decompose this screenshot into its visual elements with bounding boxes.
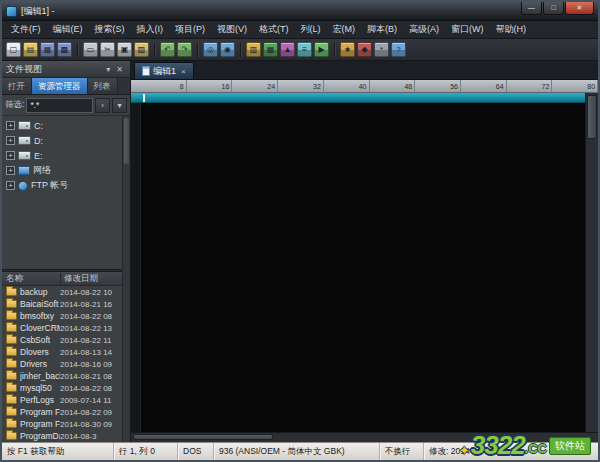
drive-icon <box>18 121 31 130</box>
maximize-button[interactable]: □ <box>543 2 564 15</box>
menu-item-12[interactable]: 帮助(H) <box>490 21 533 38</box>
filter-go-button[interactable]: › <box>95 98 110 113</box>
run-icon[interactable]: ▶ <box>314 42 329 57</box>
window-title: [编辑1] - <box>21 5 520 18</box>
menu-item-11[interactable]: 窗口(W) <box>445 21 490 38</box>
panel-close-icon[interactable]: ✕ <box>113 65 126 74</box>
folder-date: 2014-08-22 08 <box>60 312 122 321</box>
folder-icon <box>6 372 17 380</box>
horizontal-scrollbar-thumb[interactable] <box>133 434 273 440</box>
menu-item-10[interactable]: 高级(A) <box>403 21 445 38</box>
close-button[interactable]: ✕ <box>565 2 594 15</box>
expand-icon[interactable]: + <box>6 151 15 160</box>
list-item[interactable]: ProgramData2014-08-3 <box>2 430 122 442</box>
toolbar-separator <box>197 43 198 57</box>
menu-item-5[interactable]: 视图(V) <box>211 21 253 38</box>
menu-item-2[interactable]: 搜索(S) <box>89 21 131 38</box>
tab-label: 编辑1 <box>153 65 176 78</box>
script-icon[interactable]: ≡ <box>297 42 312 57</box>
tree-item-d-drive[interactable]: +D: <box>2 133 122 148</box>
list-item[interactable]: Drivers2014-08-16 09 <box>2 358 122 370</box>
table-icon[interactable]: ▦ <box>263 42 278 57</box>
menu-item-1[interactable]: 编辑(E) <box>47 21 89 38</box>
filter-menu-button[interactable]: ▾ <box>112 98 127 113</box>
filter-input[interactable] <box>26 98 93 113</box>
folder-icon <box>6 384 17 392</box>
title-bar: [编辑1] - — □ ✕ <box>2 2 598 21</box>
bookmark-icon[interactable]: ★ <box>340 42 355 57</box>
new-file-icon[interactable]: ▢ <box>6 42 21 57</box>
vertical-scrollbar-thumb[interactable] <box>587 95 597 139</box>
folder-icon <box>6 300 17 308</box>
drive-icon <box>18 151 31 160</box>
toolbar-separator <box>77 43 78 57</box>
folder-name: Drivers <box>20 359 60 369</box>
folder-date: 2014-08-16 09 <box>60 360 122 369</box>
expand-icon[interactable]: + <box>6 181 15 190</box>
expand-icon[interactable]: + <box>6 121 15 130</box>
chevron-down-icon[interactable]: ▾ <box>103 65 113 74</box>
list-item[interactable]: Program Files2014-08-22 09 <box>2 406 122 418</box>
redo-icon[interactable]: ↷ <box>177 42 192 57</box>
paste-icon[interactable]: ▨ <box>134 42 149 57</box>
column-header-name[interactable]: 名称 <box>2 273 60 285</box>
list-item[interactable]: CloverCRM2014-08-22 13 <box>2 322 122 334</box>
find-icon[interactable]: ◎ <box>203 42 218 57</box>
menu-item-3[interactable]: 插入(I) <box>131 21 170 38</box>
replace-icon[interactable]: ◉ <box>220 42 235 57</box>
tab-edit1[interactable]: 编辑1 × <box>134 62 194 79</box>
menu-item-6[interactable]: 格式(T) <box>253 21 295 38</box>
menu-item-0[interactable]: 文件(F) <box>5 21 47 38</box>
menu-item-9[interactable]: 脚本(B) <box>361 21 403 38</box>
open-folder-icon[interactable]: ▤ <box>23 42 38 57</box>
folder-date: 2014-08-22 10 <box>60 288 122 297</box>
list-item[interactable]: CsbSoft2014-08-22 11 <box>2 334 122 346</box>
tree-item-network[interactable]: +网络 <box>2 163 122 178</box>
settings-icon[interactable]: * <box>374 42 389 57</box>
menu-item-7[interactable]: 列(L) <box>295 21 327 38</box>
folder-name: ProgramData <box>20 431 60 441</box>
editor-area[interactable] <box>131 93 585 432</box>
ruler-mark: 56 <box>415 80 461 92</box>
ruler-mark: 80 <box>552 80 598 92</box>
save-all-icon[interactable]: ▩ <box>57 42 72 57</box>
list-item[interactable]: mysql502014-08-22 08 <box>2 382 122 394</box>
menu-item-4[interactable]: 项目(P) <box>169 21 211 38</box>
project-icon[interactable]: ▥ <box>246 42 261 57</box>
list-item[interactable]: PerfLogs2009-07-14 11 <box>2 394 122 406</box>
menu-item-8[interactable]: 宏(M) <box>327 21 362 38</box>
help-icon[interactable]: ? <box>391 42 406 57</box>
tree-item-c-drive[interactable]: +C: <box>2 118 122 133</box>
copy-icon[interactable]: ▣ <box>117 42 132 57</box>
expand-icon[interactable]: + <box>6 136 15 145</box>
list-item[interactable]: jinher_backup2014-08-21 08 <box>2 370 122 382</box>
column-header-date[interactable]: 修改日期 <box>60 273 122 285</box>
list-item[interactable]: Dlovers2014-08-13 14 <box>2 346 122 358</box>
vertical-scrollbar[interactable] <box>585 93 598 432</box>
expand-icon[interactable]: + <box>6 166 15 175</box>
tree-item-e-drive[interactable]: +E: <box>2 148 122 163</box>
sidebar-scrollbar[interactable] <box>122 116 130 442</box>
tab-close-icon[interactable]: × <box>181 67 186 76</box>
color-picker-icon[interactable]: ◆ <box>357 42 372 57</box>
tab-list[interactable]: 列表 <box>88 78 118 94</box>
folder-name: bmsoftxy <box>20 311 60 321</box>
ruler-mark: 8 <box>141 80 187 92</box>
list-item[interactable]: bmsoftxy2014-08-22 08 <box>2 310 122 322</box>
save-icon[interactable]: ▦ <box>40 42 55 57</box>
folder-name: BaicaiSoft <box>20 299 60 309</box>
print-icon[interactable]: ▭ <box>83 42 98 57</box>
list-item[interactable]: backup2014-08-22 10 <box>2 286 122 298</box>
tab-explorer[interactable]: 资源管理器 <box>32 78 88 94</box>
tab-open[interactable]: 打开 <box>2 78 32 94</box>
undo-icon[interactable]: ↶ <box>160 42 175 57</box>
tree-item-ftp-accounts[interactable]: +FTP 帐号 <box>2 178 122 193</box>
chart-icon[interactable]: ▲ <box>280 42 295 57</box>
list-item[interactable]: BaicaiSoft2014-08-21 16 <box>2 298 122 310</box>
minimize-button[interactable]: — <box>521 2 542 15</box>
scrollbar-thumb[interactable] <box>124 118 129 164</box>
ftp-icon <box>18 181 28 191</box>
cut-icon[interactable]: ✂ <box>100 42 115 57</box>
ruler-mark: 16 <box>187 80 233 92</box>
list-item[interactable]: Program File...2014-08-30 09 <box>2 418 122 430</box>
